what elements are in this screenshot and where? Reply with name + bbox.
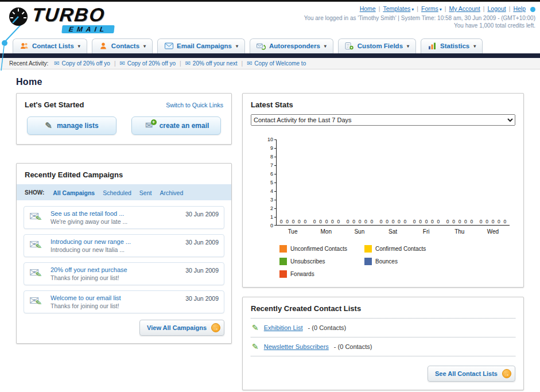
campaign-item[interactable]: ✉✎See us at the retail food ...We're giv… — [24, 206, 224, 229]
campaign-title-link[interactable]: Introducing our new range ... — [50, 238, 180, 245]
tab-contacts[interactable]: Contacts▾ — [92, 38, 153, 53]
chevron-down-icon: ▾ — [324, 44, 327, 49]
recent-activity-bar: Recent Activity: ✉Copy of 20% off yo|✉Co… — [0, 58, 540, 69]
campaign-title-link[interactable]: See us at the retail food ... — [50, 210, 180, 217]
chart-x-axis-labels: TueMonSunSatFriThuWed — [276, 226, 510, 235]
chart-groups: 00000000000000000000000000000000000 — [277, 139, 510, 225]
campaign-item[interactable]: ✉✎Welcome to our email listThanks for jo… — [24, 290, 224, 313]
value-labels-row: 00000 — [376, 219, 410, 224]
contacts-icon — [99, 42, 108, 50]
contact-list-items: ✎Exhibition List- (0 Contacts)✎Newslette… — [251, 318, 515, 356]
pencil-icon: ✎ — [35, 242, 43, 251]
recent-activity-link: Copy of 20% off yo — [127, 60, 176, 67]
campaign-filter-archived[interactable]: Archived — [160, 189, 183, 196]
contact-lists-footer: See All Contact Lists → — [251, 366, 515, 382]
legend-swatch — [279, 270, 287, 278]
contact-list-name-link[interactable]: Newsletter Subscribers — [264, 343, 329, 350]
campaign-item[interactable]: ✉✎Introducing our new range ...Introduci… — [24, 234, 224, 257]
value-label: 0 — [398, 219, 401, 224]
email-campaigns-icon — [164, 42, 173, 50]
value-label: 0 — [437, 219, 440, 224]
tab-label: Contacts — [111, 42, 139, 49]
tab-contact-lists[interactable]: Contact Lists▾ — [13, 38, 87, 53]
campaign-filter-tabs: SHOW: All CampaignsScheduledSentArchived — [17, 184, 231, 200]
create-email-label: create an email — [160, 122, 209, 130]
campaign-filters: All CampaignsScheduledSentArchived — [53, 187, 191, 197]
value-label: 0 — [459, 219, 461, 224]
campaign-filter-scheduled[interactable]: Scheduled — [103, 189, 131, 196]
campaign-date: 30 Jun 2009 — [185, 210, 219, 218]
y-axis-tick-label: 2 — [258, 205, 273, 211]
tab-autoresponders[interactable]: Autoresponders▾ — [250, 38, 333, 53]
legend-label: Bounces — [375, 258, 398, 265]
y-axis-tick-label: 5 — [258, 180, 273, 185]
chart-group-tue: 00000 — [277, 139, 310, 225]
recent-activity-item[interactable]: ✉20% off your next — [185, 60, 238, 67]
latest-stats-title: Latest Stats — [251, 100, 515, 109]
legend-swatch — [364, 245, 372, 253]
y-axis-tick-label: 10 — [258, 137, 273, 142]
campaign-title-link[interactable]: Welcome to our email list — [50, 294, 180, 301]
app-logo: TURBO EMAIL — [8, 5, 534, 33]
logo-primary: TURBO — [31, 5, 115, 24]
value-label: 0 — [286, 219, 289, 224]
value-label: 0 — [431, 219, 434, 224]
value-label: 0 — [498, 219, 500, 224]
value-labels-row: 00000 — [343, 219, 376, 224]
view-all-campaigns-button[interactable]: View All Campaigns → — [139, 320, 224, 336]
value-label: 0 — [380, 219, 383, 224]
contact-list-name-link[interactable]: Exhibition List — [264, 324, 303, 331]
tab-custom-fields[interactable]: Custom Fields▾ — [338, 38, 416, 53]
value-label: 0 — [298, 219, 301, 224]
campaign-filter-sent[interactable]: Sent — [139, 189, 152, 196]
create-email-button[interactable]: ✉ + create an email — [131, 117, 221, 135]
pencil-icon: ✎ — [35, 298, 43, 308]
envelope-icon: ✉ — [54, 60, 59, 67]
chart-plot-area: 0123456789100000000000000000000000000000… — [276, 139, 510, 226]
envelope-icon: ✉ — [185, 60, 191, 67]
campaign-footer: View All Campaigns → — [17, 319, 231, 343]
legend-label: Unconfirmed Contacts — [290, 246, 347, 252]
value-label: 0 — [325, 219, 328, 224]
x-axis-label-wed: Wed — [476, 226, 510, 235]
recent-campaigns-panel: Recently Edited Campaigns SHOW: All Camp… — [16, 163, 232, 344]
tab-label: Statistics — [440, 42, 469, 49]
campaign-title-link[interactable]: 20% off your next purchase — [50, 266, 180, 273]
recent-activity-label: Recent Activity: — [9, 60, 48, 67]
contact-list-item[interactable]: ✎Exhibition List- (0 Contacts) — [251, 319, 515, 337]
manage-lists-button[interactable]: ✎ manage lists — [27, 117, 116, 135]
chevron-down-icon: ▾ — [236, 44, 238, 49]
tab-email-campaigns[interactable]: Email Campaigns▾ — [157, 38, 245, 53]
main-nav: Contact Lists▾Contacts▾Email Campaigns▾A… — [0, 37, 540, 53]
stats-period-select[interactable]: Contact Activity for the Last 7 Days — [251, 114, 515, 126]
left-column: Let's Get Started Switch to Quick Links … — [16, 93, 232, 355]
recent-activity-item[interactable]: ✉Copy of 20% off yo — [54, 60, 110, 67]
get-started-title: Let's Get Started — [25, 100, 84, 109]
envelope-icon: ✉ — [247, 60, 252, 67]
value-label: 0 — [464, 219, 467, 224]
value-label: 0 — [485, 219, 488, 224]
tab-statistics[interactable]: Statistics▾ — [421, 38, 483, 53]
value-label: 0 — [419, 219, 422, 224]
campaign-subtitle: Thanks for joining our list! — [50, 274, 180, 281]
see-all-contact-lists-button[interactable]: See All Contact Lists → — [428, 366, 515, 382]
recent-activity-item[interactable]: ✉Copy of Welcome to — [247, 60, 306, 67]
value-label: 0 — [337, 219, 340, 224]
campaign-filter-all-campaigns[interactable]: All Campaigns — [53, 189, 95, 196]
campaign-date: 30 Jun 2009 — [185, 294, 219, 302]
tab-label: Autoresponders — [269, 42, 320, 49]
chart-group-sat: 00000 — [376, 139, 410, 225]
recent-activity-item[interactable]: ✉Copy of 20% off yo — [120, 60, 176, 67]
contact-list-item[interactable]: ✎Newsletter Subscribers- (0 Contacts) — [251, 337, 515, 356]
value-label: 0 — [392, 219, 395, 224]
value-label: 0 — [471, 219, 473, 224]
x-axis-label-sat: Sat — [376, 226, 409, 235]
recent-activity-link: Copy of 20% off yo — [62, 60, 110, 67]
chart-group-wed: 00000 — [476, 139, 510, 225]
get-started-header: Let's Get Started Switch to Quick Links — [25, 100, 223, 109]
switch-quick-links-link[interactable]: Switch to Quick Links — [166, 102, 223, 108]
envelope-pencil-icon: ✉✎ — [29, 266, 45, 281]
value-labels-row: 00000 — [310, 219, 343, 224]
y-axis-tick-label: 1 — [258, 214, 273, 220]
campaign-item[interactable]: ✉✎20% off your next purchaseThanks for j… — [24, 262, 224, 285]
